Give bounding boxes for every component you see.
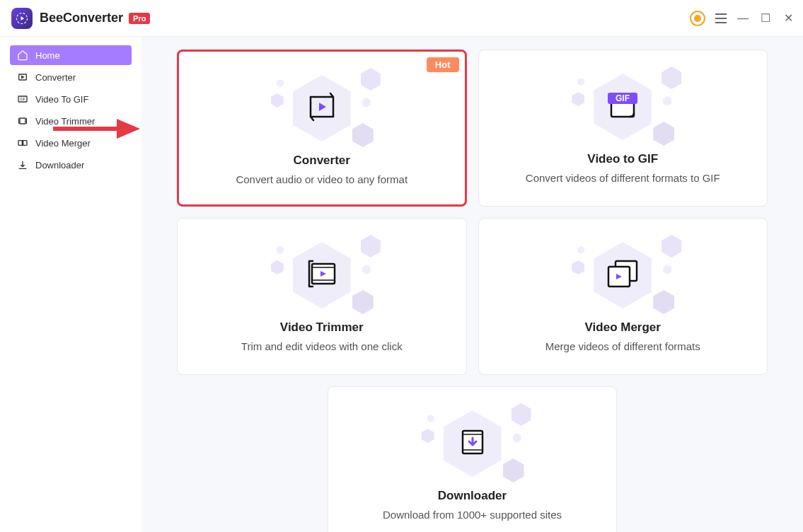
titlebar: BeeConverter Pro — ☐ ✕ — [0, 0, 803, 37]
card-desc: Download from 1000+ supported sites — [383, 509, 562, 521]
card-title: Video Trimmer — [280, 320, 364, 335]
app-logo — [11, 8, 33, 29]
card-desc: Convert videos of different formats to G… — [526, 172, 720, 184]
card-icon-wrap: GIF — [492, 64, 755, 149]
card-desc: Convert audio or video to any format — [236, 173, 408, 185]
card-video-merger[interactable]: Video Merger Merge videos of different f… — [478, 218, 768, 375]
sidebar-item-converter[interactable]: Converter — [10, 67, 132, 87]
merger-card-icon — [603, 255, 642, 295]
minimize-button[interactable]: — — [736, 12, 749, 25]
merger-icon — [17, 137, 28, 149]
card-title: Video Merger — [585, 320, 661, 335]
card-video-to-gif[interactable]: GIF Video to GIF Convert videos of diffe… — [478, 50, 768, 207]
close-button[interactable]: ✕ — [782, 11, 795, 25]
svg-text:GIF: GIF — [20, 98, 25, 101]
card-grid: Hot Converter Convert audio or video to … — [177, 50, 768, 532]
converter-icon — [17, 71, 28, 83]
card-icon-wrap — [192, 66, 452, 151]
card-desc: Trim and edit videos with one click — [241, 340, 403, 352]
home-icon — [17, 50, 28, 61]
maximize-button[interactable]: ☐ — [759, 11, 772, 25]
trimmer-icon — [17, 115, 28, 127]
card-icon-wrap — [341, 401, 604, 486]
card-video-trimmer[interactable]: Video Trimmer Trim and edit videos with … — [177, 218, 467, 375]
content: Home Converter GIF Video To GIF Video Tr… — [0, 37, 803, 532]
sidebar-item-downloader[interactable]: Downloader — [10, 155, 132, 175]
pro-badge: Pro — [129, 13, 150, 24]
app-title: BeeConverter — [40, 11, 123, 25]
converter-card-icon — [304, 88, 340, 128]
svg-rect-4 — [20, 118, 25, 124]
red-arrow-annotation — [50, 115, 141, 146]
sidebar-item-label: Downloader — [35, 160, 84, 170]
card-converter[interactable]: Hot Converter Convert audio or video to … — [177, 50, 467, 207]
card-title: Converter — [294, 154, 350, 168]
gif-card-icon: GIF — [603, 87, 642, 127]
card-icon-wrap — [492, 233, 755, 318]
card-downloader[interactable]: Downloader Download from 1000+ supported… — [328, 386, 618, 532]
card-title: Downloader — [438, 489, 507, 503]
titlebar-controls: — ☐ ✕ — [690, 11, 795, 26]
downloader-card-icon — [454, 424, 491, 463]
user-icon[interactable] — [690, 11, 705, 26]
downloader-icon — [17, 159, 28, 170]
main-area: Hot Converter Convert audio or video to … — [141, 37, 803, 532]
card-title: Video to GIF — [587, 152, 658, 166]
sidebar-item-label: Video To GIF — [35, 94, 88, 105]
card-icon-wrap — [190, 233, 454, 318]
trimmer-card-icon — [302, 255, 342, 295]
sidebar-item-label: Converter — [35, 72, 76, 83]
sidebar-item-home[interactable]: Home — [10, 45, 132, 65]
svg-text:GIF: GIF — [616, 93, 630, 103]
menu-icon[interactable] — [715, 13, 727, 23]
svg-marker-8 — [117, 119, 140, 139]
gif-icon: GIF — [17, 93, 28, 105]
sidebar-item-video-to-gif[interactable]: GIF Video To GIF — [10, 89, 132, 109]
sidebar: Home Converter GIF Video To GIF Video Tr… — [0, 37, 141, 532]
sidebar-item-label: Home — [35, 50, 60, 61]
card-desc: Merge videos of different formats — [545, 340, 700, 352]
